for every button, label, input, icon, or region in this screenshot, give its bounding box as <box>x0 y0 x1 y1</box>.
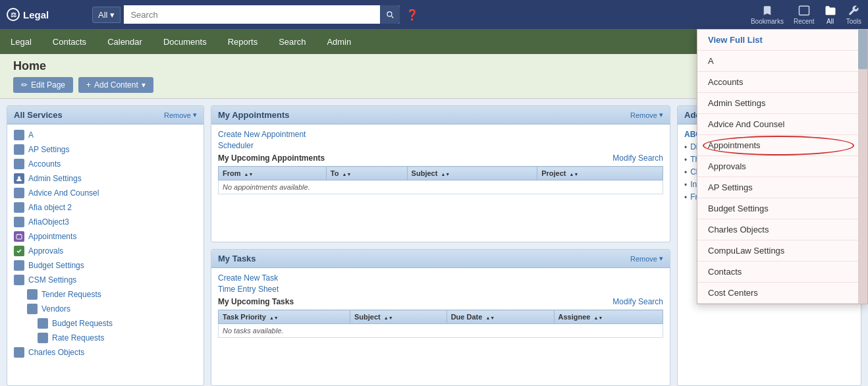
dropdown-item-appointments[interactable]: Appointments <box>697 135 858 156</box>
tasks-section-title: My Upcoming Tasks <box>218 297 294 306</box>
create-task-link[interactable]: Create New Task <box>218 273 663 283</box>
chevron-down-icon: ▾ <box>142 80 146 90</box>
nav-contacts[interactable]: Contacts <box>42 29 97 54</box>
list-item[interactable]: Afia object 2 <box>7 200 203 215</box>
search-area: All ▾ ❓ <box>92 5 421 24</box>
appointments-panel-header: My Appointments Remove ▾ <box>211 106 670 124</box>
dropdown-item-approvals[interactable]: Approvals <box>697 156 858 177</box>
dropdown-item-accounts[interactable]: Accounts <box>697 72 858 93</box>
search-icon <box>385 10 394 19</box>
list-item[interactable]: Budget Requests <box>7 316 203 331</box>
dropdown-scrollthumb[interactable] <box>858 30 867 69</box>
col-priority[interactable]: Task Priority ▲▼ <box>219 310 350 324</box>
search-scope-dropdown[interactable]: All ▾ <box>92 7 121 23</box>
list-item[interactable]: Tender Requests <box>7 287 203 302</box>
service-icon <box>14 217 24 227</box>
bullet-icon: • <box>684 155 687 165</box>
nav-admin[interactable]: Admin <box>316 29 362 54</box>
tasks-panel-header: My Tasks Remove ▾ <box>211 250 670 268</box>
list-item[interactable]: Advice And Counsel <box>7 186 203 200</box>
list-item[interactable]: Approvals <box>7 244 203 258</box>
create-appointment-link[interactable]: Create New Appointment <box>218 130 663 139</box>
bookmarks-nav-item[interactable]: Bookmarks <box>751 5 784 25</box>
scheduler-link[interactable]: Scheduler <box>218 141 663 150</box>
list-item[interactable]: Vendors <box>7 302 203 316</box>
dropdown-item-budget-settings[interactable]: Budget Settings <box>697 198 858 219</box>
bullet-icon: • <box>684 180 687 190</box>
services-panel: All Services Remove ▾ A AP Settings Acco… <box>7 105 204 386</box>
dropdown-item-cost-centers[interactable]: Cost Centers <box>697 283 858 304</box>
list-item[interactable]: AfiaObject3 <box>7 215 203 229</box>
services-remove-button[interactable]: Remove ▾ <box>164 111 197 119</box>
list-item[interactable]: Rate Requests <box>7 331 203 345</box>
col-subject[interactable]: Subject ▲▼ <box>350 310 447 324</box>
dropdown-scrolltrack[interactable] <box>858 30 867 304</box>
search-input[interactable] <box>124 5 380 24</box>
service-icon <box>14 130 24 140</box>
appointments-modify-search[interactable]: Modify Search <box>612 153 663 163</box>
recent-nav-item[interactable]: Recent <box>794 5 815 25</box>
service-icon <box>14 260 24 271</box>
dropdown-view-full-list[interactable]: View Full List <box>697 30 858 51</box>
plus-icon: + <box>86 80 91 90</box>
nav-documents[interactable]: Documents <box>153 29 217 54</box>
dropdown-list: View Full List A Accounts Admin Settings… <box>697 30 858 304</box>
service-icon <box>14 144 24 155</box>
dropdown-item-a[interactable]: A <box>697 51 858 72</box>
service-icon <box>14 202 24 213</box>
list-item[interactable]: Accounts <box>7 157 203 171</box>
search-button[interactable] <box>380 5 400 24</box>
dropdown-scrollbar: View Full List A Accounts Admin Settings… <box>697 30 867 304</box>
appointments-panel: My Appointments Remove ▾ Create New Appo… <box>211 105 670 242</box>
nav-search[interactable]: Search <box>268 29 316 54</box>
dropdown-item-compulaw[interactable]: CompuLaw Settings <box>697 240 858 262</box>
chevron-down-icon: ▾ <box>659 111 663 119</box>
col-from[interactable]: From ▲▼ <box>219 167 327 180</box>
list-item[interactable]: A <box>7 128 203 142</box>
tools-icon <box>848 5 859 16</box>
list-item[interactable]: Admin Settings <box>7 171 203 186</box>
help-button[interactable]: ❓ <box>403 5 421 24</box>
logo-icon: ⚖ <box>7 8 20 21</box>
table-row: No tasks available. <box>219 324 663 338</box>
edit-page-button[interactable]: ✏ Edit Page <box>13 77 73 93</box>
tools-nav-item[interactable]: Tools <box>846 5 861 25</box>
service-icon <box>14 159 24 169</box>
list-item[interactable]: Charles Objects <box>7 345 203 360</box>
sort-arrows: ▲▼ <box>384 316 393 320</box>
col-assignee[interactable]: Assignee ▲▼ <box>554 310 663 324</box>
nav-legal[interactable]: Legal <box>0 29 42 54</box>
recent-icon <box>798 5 810 16</box>
col-due-date[interactable]: Due Date ▲▼ <box>447 310 554 324</box>
col-subject[interactable]: Subject ▲▼ <box>407 167 537 180</box>
bullet-icon: • <box>684 168 687 177</box>
nav-reports[interactable]: Reports <box>217 29 269 54</box>
dropdown-item-admin-settings[interactable]: Admin Settings <box>697 93 858 114</box>
bullet-icon: • <box>684 193 687 202</box>
tasks-remove-button[interactable]: Remove ▾ <box>630 254 663 263</box>
dropdown-item-contacts[interactable]: Contacts <box>697 262 858 283</box>
dropdown-item-ap-settings[interactable]: AP Settings <box>697 177 858 198</box>
list-item[interactable]: CSM Settings <box>7 273 203 287</box>
appointments-section-header: My Upcoming Appointments Modify Search <box>218 153 663 163</box>
dropdown-item-advice[interactable]: Advice And Counsel <box>697 114 858 135</box>
tasks-section-header: My Upcoming Tasks Modify Search <box>218 297 663 306</box>
no-data-cell: No tasks available. <box>219 324 663 338</box>
calendar-service-icon <box>14 231 24 242</box>
dropdown-item-charles-objects[interactable]: Charles Objects <box>697 219 858 240</box>
services-list: A AP Settings Accounts Admin Settings Ad… <box>7 124 203 363</box>
time-entry-link[interactable]: Time Entry Sheet <box>218 285 663 294</box>
appointments-remove-button[interactable]: Remove ▾ <box>630 111 663 119</box>
list-item[interactable]: Appointments <box>7 229 203 244</box>
list-item[interactable]: Budget Settings <box>7 258 203 273</box>
tasks-modify-search[interactable]: Modify Search <box>612 297 663 306</box>
nav-calendar[interactable]: Calendar <box>97 29 153 54</box>
bookmarks-icon <box>761 5 773 16</box>
list-item[interactable]: AP Settings <box>7 142 203 157</box>
all-nav-item[interactable]: All <box>825 5 836 25</box>
add-content-button[interactable]: + Add Content ▾ <box>78 77 153 93</box>
chevron-down-icon: ▾ <box>110 10 115 20</box>
app-title: Legal <box>23 9 49 20</box>
col-to[interactable]: To ▲▼ <box>326 167 407 180</box>
col-project[interactable]: Project ▲▼ <box>537 167 663 180</box>
